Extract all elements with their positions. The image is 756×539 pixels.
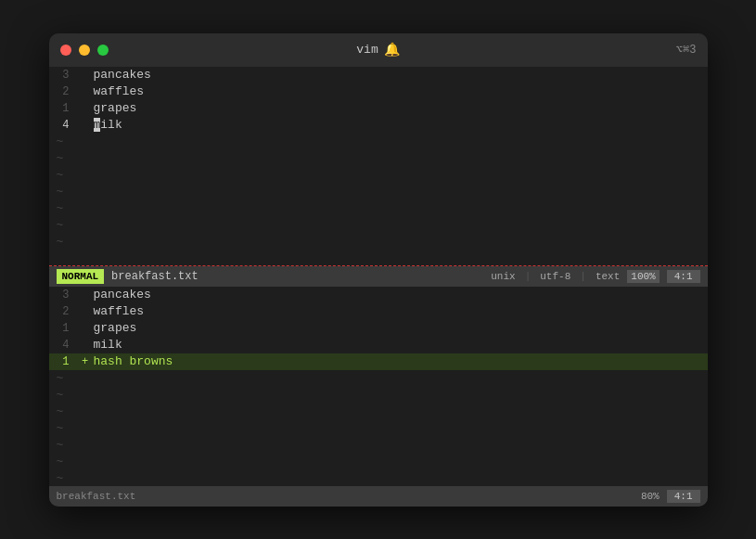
line-number: 1 — [49, 100, 77, 117]
window-shortcut: ⌥⌘3 — [676, 43, 697, 57]
tilde-line: ~ — [49, 470, 708, 486]
line-number: 4 — [49, 337, 77, 353]
table-row: 4 milk — [49, 117, 708, 134]
bottom-statusbar-right: 80% 4:1 — [641, 490, 700, 503]
mode-badge: NORMAL — [57, 269, 105, 284]
vim-window: vim 🔔 ⌥⌘3 3 pancakes 2 waffles — [49, 33, 708, 507]
tilde-line: ~ — [49, 370, 708, 387]
line-text: grapes — [94, 320, 137, 337]
bottom-statusbar-percent: 80% — [641, 491, 660, 502]
table-row: 2 waffles — [49, 83, 708, 100]
line-text: waffles — [94, 83, 145, 100]
line-number-current: 4 — [49, 117, 77, 134]
titlebar-center: vim 🔔 — [356, 42, 399, 58]
window-title: vim — [356, 43, 378, 57]
statusbar-filetype: text — [596, 271, 620, 282]
statusbar-right: unix | utf-8 | text 100% 4:1 — [491, 270, 699, 283]
bottom-statusbar-filename: breakfast.txt — [57, 491, 641, 502]
line-text: waffles — [94, 303, 145, 320]
statusbar-percent: 100% — [627, 270, 659, 283]
line-text: pancakes — [94, 67, 151, 83]
table-row: 1 grapes — [49, 320, 708, 337]
editor-container: 3 pancakes 2 waffles 1 grapes — [49, 67, 708, 507]
cursor: m — [94, 118, 101, 132]
tilde-line: ~ — [49, 404, 708, 420]
bottom-statusbar-position: 4:1 — [667, 490, 700, 503]
bottom-pane[interactable]: 3 pancakes 2 waffles 1 grapes — [49, 287, 708, 486]
top-statusbar: NORMAL breakfast.txt unix | utf-8 | text… — [49, 266, 708, 287]
bell-icon: 🔔 — [384, 42, 400, 58]
line-number: 1 — [49, 320, 77, 337]
maximize-button[interactable] — [97, 45, 109, 56]
line-text: milk — [94, 337, 122, 353]
table-row: 3 pancakes — [49, 287, 708, 303]
top-pane-content: 3 pancakes 2 waffles 1 grapes — [49, 67, 708, 266]
line-text: milk — [94, 117, 122, 134]
table-row: 1 + hash browns — [49, 353, 708, 370]
line-number: 2 — [49, 303, 77, 320]
line-number: 3 — [49, 67, 77, 83]
tilde-line: ~ — [49, 217, 708, 234]
statusbar-position: 4:1 — [667, 270, 700, 283]
diff-gutter: + — [77, 353, 94, 370]
tilde-line: ~ — [49, 420, 708, 437]
line-number: 1 — [49, 353, 77, 370]
tilde-line: ~ — [49, 387, 708, 404]
statusbar-info: unix — [491, 271, 515, 282]
table-row: 1 grapes — [49, 100, 708, 117]
line-text: grapes — [94, 100, 137, 117]
table-row: 3 pancakes — [49, 67, 708, 83]
close-button[interactable] — [60, 45, 71, 56]
tilde-line: ~ — [49, 150, 708, 167]
bottom-statusbar: breakfast.txt 80% 4:1 — [49, 486, 708, 507]
top-pane[interactable]: 3 pancakes 2 waffles 1 grapes — [49, 67, 708, 266]
minimize-button[interactable] — [79, 45, 90, 56]
bottom-pane-content: 3 pancakes 2 waffles 1 grapes — [49, 287, 708, 486]
tilde-line: ~ — [49, 167, 708, 184]
table-row: 2 waffles — [49, 303, 708, 320]
line-text-highlight: hash browns — [94, 353, 173, 370]
table-row: 4 milk — [49, 337, 708, 353]
tilde-line: ~ — [49, 437, 708, 454]
statusbar-encoding: utf-8 — [540, 271, 570, 282]
titlebar: vim 🔔 ⌥⌘3 — [49, 33, 708, 67]
line-number: 3 — [49, 287, 77, 303]
line-number: 2 — [49, 83, 77, 100]
traffic-lights — [60, 45, 109, 56]
tilde-line: ~ — [49, 200, 708, 217]
tilde-line: ~ — [49, 134, 708, 150]
line-text: pancakes — [94, 287, 151, 303]
tilde-line: ~ — [49, 234, 708, 250]
statusbar-filename: breakfast.txt — [111, 270, 491, 283]
tilde-line: ~ — [49, 184, 708, 200]
tilde-line: ~ — [49, 454, 708, 470]
